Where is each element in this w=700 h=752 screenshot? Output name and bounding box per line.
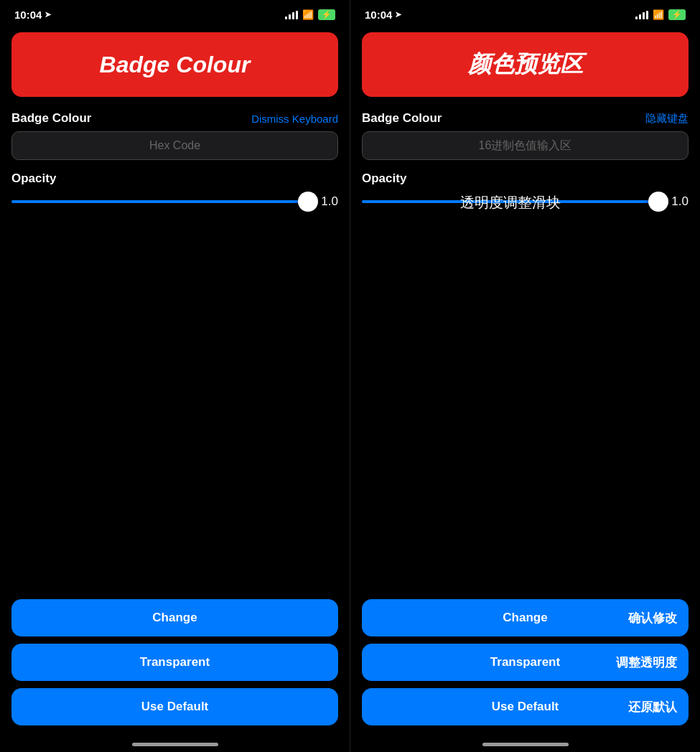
banner-text-right: 颜色预览区 <box>468 49 583 80</box>
change-button-left[interactable]: Change <box>11 599 338 636</box>
home-indicator-right <box>350 743 700 752</box>
home-indicator-left <box>0 743 350 752</box>
change-annotation-right: 确认修改 <box>628 610 677 626</box>
hex-code-input-left[interactable] <box>11 131 338 160</box>
left-phone: 10:04 ➤ 📶 ⚡ Badge Colour Badge Colour Di… <box>0 0 350 752</box>
status-icons-right: 📶 ⚡ <box>635 9 686 20</box>
opacity-label-left: Opacity <box>11 171 56 185</box>
use-default-annotation-right: 还原默认 <box>628 699 677 715</box>
status-bar-right: 10:04 ➤ 📶 ⚡ <box>350 0 700 27</box>
bottom-buttons-left: Change Transparent Use Default <box>0 593 350 743</box>
slider-row-right: 透明度调整滑块 1.0 <box>350 192 700 215</box>
dismiss-keyboard-right[interactable]: 隐藏键盘 <box>645 112 689 126</box>
opacity-label-right: Opacity <box>362 171 406 185</box>
wifi-icon-left: 📶 <box>302 9 314 20</box>
slider-track-right[interactable]: 透明度调整滑块 <box>362 200 658 203</box>
status-time-right: 10:04 ➤ <box>365 9 401 21</box>
slider-value-right: 1.0 <box>667 194 689 209</box>
hex-code-input-right[interactable] <box>362 131 689 160</box>
home-bar-left <box>132 743 218 746</box>
dismiss-keyboard-left[interactable]: Dismiss Keyboard <box>251 113 338 125</box>
wifi-icon-right: 📶 <box>653 9 664 20</box>
use-default-button-right[interactable]: Use Default 还原默认 <box>362 688 689 725</box>
time-display-left: 10:04 <box>14 9 42 21</box>
slider-value-left: 1.0 <box>317 194 338 209</box>
signal-icon-left <box>285 11 298 19</box>
badge-colour-label-right: Badge Colour <box>362 111 442 126</box>
hex-input-container-left <box>11 131 338 160</box>
status-bar-left: 10:04 ➤ 📶 ⚡ <box>0 0 350 27</box>
banner-text-left: Badge Colour <box>100 52 251 78</box>
battery-icon-left: ⚡ <box>318 9 335 20</box>
location-icon-right: ➤ <box>395 10 401 19</box>
preview-banner-left: Badge Colour <box>11 32 338 97</box>
status-time-left: 10:04 ➤ <box>14 9 51 21</box>
preview-banner-right: 颜色预览区 <box>362 32 689 97</box>
opacity-label-row-left: Opacity <box>0 169 350 192</box>
status-icons-left: 📶 ⚡ <box>285 9 335 20</box>
signal-icon-right <box>635 11 648 19</box>
battery-icon-right: ⚡ <box>668 9 686 20</box>
slider-track-left[interactable] <box>11 200 308 203</box>
location-icon-left: ➤ <box>45 10 51 19</box>
change-button-right[interactable]: Change 确认修改 <box>362 599 689 636</box>
opacity-label-row-right: Opacity <box>350 169 700 192</box>
slider-row-left: 1.0 <box>0 192 350 215</box>
transparent-annotation-right: 调整透明度 <box>616 654 677 671</box>
time-display-right: 10:04 <box>365 9 392 21</box>
badge-colour-row-right: Badge Colour 隐藏键盘 <box>350 103 700 131</box>
badge-colour-label-left: Badge Colour <box>11 111 91 126</box>
transparent-button-left[interactable]: Transparent <box>11 644 338 681</box>
hex-input-container-right <box>362 131 689 160</box>
use-default-button-left[interactable]: Use Default <box>11 688 338 725</box>
bottom-buttons-right: Change 确认修改 Transparent 调整透明度 Use Defaul… <box>350 593 700 743</box>
badge-colour-row-left: Badge Colour Dismiss Keyboard <box>0 103 350 131</box>
slider-thumb-right[interactable] <box>648 192 668 212</box>
slider-thumb-left[interactable] <box>298 192 318 212</box>
home-bar-right <box>482 743 569 746</box>
transparent-button-right[interactable]: Transparent 调整透明度 <box>362 644 689 681</box>
right-phone: 10:04 ➤ 📶 ⚡ 颜色预览区 Badge Colour 隐藏键盘 <box>350 0 700 752</box>
